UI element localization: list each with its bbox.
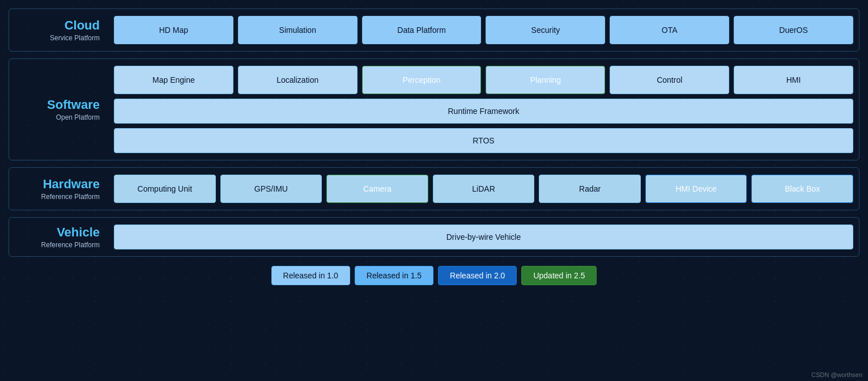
hardware-item-6: Black Box (751, 175, 853, 203)
software-item-3: Planning (486, 66, 605, 94)
hardware-item-2: Camera (326, 175, 428, 203)
runtime-framework-box: Runtime Framework (114, 99, 853, 124)
cloud-item-2: Data Platform (362, 16, 482, 44)
cloud-title: Cloud (15, 18, 100, 33)
vehicle-section: Vehicle Reference Platform Drive-by-wire… (8, 217, 860, 257)
cloud-content: HD MapSimulationData PlatformSecurityOTA… (114, 16, 853, 44)
software-item-1: Localization (238, 66, 358, 94)
cloud-item-0: HD Map (114, 16, 233, 44)
software-title: Software (15, 98, 100, 112)
software-item-0: Map Engine (114, 66, 233, 94)
legend-item-3: Updated in 2.5 (521, 266, 597, 285)
legend: Released in 1.0Released in 1.5Released i… (8, 266, 860, 285)
hardware-label: Hardware Reference Platform (15, 177, 108, 201)
software-row1: Map EngineLocalizationPerceptionPlanning… (114, 66, 853, 94)
cloud-item-1: Simulation (238, 16, 358, 44)
hardware-item-5: HMI Device (645, 175, 747, 203)
vehicle-subtitle: Reference Platform (15, 241, 100, 249)
software-row2: Runtime Framework (114, 99, 853, 124)
rtos-box: RTOS (114, 128, 853, 153)
cloud-item-3: Security (486, 16, 605, 44)
hardware-subtitle: Reference Platform (15, 193, 100, 201)
software-content: Map EngineLocalizationPerceptionPlanning… (114, 66, 853, 153)
legend-item-1: Released in 1.5 (355, 266, 433, 285)
hardware-section: Hardware Reference Platform Computing Un… (8, 167, 860, 210)
hardware-item-1: GPS/IMU (220, 175, 322, 203)
software-item-4: Control (610, 66, 729, 94)
vehicle-content: Drive-by-wire Vehicle (114, 225, 853, 249)
hardware-item-0: Computing Unit (114, 175, 216, 203)
hardware-item-4: Radar (539, 175, 641, 203)
software-row3: RTOS (114, 128, 853, 153)
software-item-5: HMI (734, 66, 853, 94)
cloud-section: Cloud Service Platform HD MapSimulationD… (8, 9, 860, 52)
hardware-title: Hardware (15, 177, 100, 192)
vehicle-label: Vehicle Reference Platform (15, 225, 108, 249)
drive-by-wire-box: Drive-by-wire Vehicle (114, 225, 853, 249)
cloud-subtitle: Service Platform (15, 34, 100, 42)
cloud-item-5: DuerOS (734, 16, 853, 44)
cloud-item-4: OTA (610, 16, 729, 44)
hardware-item-3: LiDAR (433, 175, 535, 203)
legend-item-0: Released in 1.0 (271, 266, 350, 285)
hardware-content: Computing UnitGPS/IMUCameraLiDARRadarHMI… (114, 175, 853, 203)
hardware-row: Computing UnitGPS/IMUCameraLiDARRadarHMI… (114, 175, 853, 203)
cloud-row: HD MapSimulationData PlatformSecurityOTA… (114, 16, 853, 44)
software-label: Software Open Platform (15, 98, 108, 121)
vehicle-title: Vehicle (15, 225, 100, 240)
software-subtitle: Open Platform (15, 113, 100, 121)
software-section: Software Open Platform Map EngineLocaliz… (8, 58, 860, 160)
legend-item-2: Released in 2.0 (438, 266, 517, 285)
cloud-label: Cloud Service Platform (15, 18, 108, 42)
vehicle-row: Drive-by-wire Vehicle (114, 225, 853, 249)
software-item-2: Perception (362, 66, 482, 94)
watermark: CSDN @worthsen (811, 371, 862, 378)
